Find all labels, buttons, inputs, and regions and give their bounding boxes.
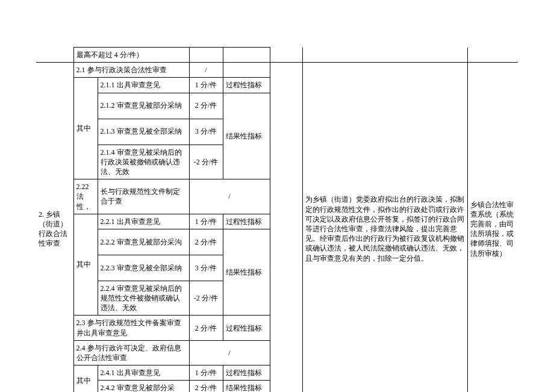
cell-blank (223, 48, 270, 63)
section-title: 2. 乡镇（街道）行政合法性审查 (36, 63, 73, 392)
g24-title: 2.4 参与行政许可决定、政府信息公开合法性审查 (73, 340, 189, 365)
g21-slash: / (189, 63, 223, 78)
g22-side: 2.22 法性， (73, 179, 98, 214)
g212-name: 2.1.2 审查意见被部分采纳 (98, 93, 189, 119)
g241-score: 1 分/件 (189, 366, 223, 381)
g221-name: 2.2.1 出具审查意见 (98, 214, 189, 229)
cell-blank (223, 63, 270, 78)
g211-name: 2.1.1 出具审查意见 (98, 78, 189, 93)
g213-name: 2.1.3 审查意见被全部采纳 (98, 119, 189, 145)
section-note: 为乡镇（街道）党委政府拟出台的行政决策，拟制定的行政规范性文件，拟作出的行政处罚… (302, 63, 467, 392)
cell-blank (189, 48, 223, 63)
g214-score: -2 分/件 (189, 145, 223, 179)
g23-score: 2 分/件 (189, 316, 223, 340)
g22-title: 长与行政规范性文件制定合于查 (98, 179, 189, 214)
cell-blank (302, 48, 467, 63)
g242-score: 2 分/件 (189, 381, 223, 392)
g221-score: 1 分/件 (189, 214, 223, 229)
g224-name: 2.2.4 审查意见被采纳后的规范性文件被撤销或确认违法、无效 (98, 281, 189, 316)
g211-score: 1 分/件 (189, 78, 223, 93)
g23-title: 2.3 参与行政规范性文件备案审查并出具审查意见 (73, 316, 189, 340)
g23-ind: 过程性指标 (223, 316, 270, 340)
cell-blank (36, 48, 73, 63)
g24-slash: / (189, 340, 270, 365)
g212-score: 2 分/件 (189, 93, 223, 119)
main-table: 最高不超过 4 分/件） 2. 乡镇（街道）行政合法性审查 2.1 参与行政决策… (36, 47, 518, 392)
page: 最高不超过 4 分/件） 2. 乡镇（街道）行政合法性审查 2.1 参与行政决策… (0, 47, 554, 392)
g24-label: 其中 (73, 366, 98, 392)
g242-ind: 结果性指标 (223, 381, 270, 392)
g22-ind-group: 结果性指标 (223, 229, 270, 316)
g242-name: 2.4.2 审查意见被部分采 (98, 381, 189, 392)
g241-ind: 过程性指标 (223, 366, 270, 381)
g22-slash: / (189, 179, 270, 214)
g241-name: 2.4.1 出具审查意见 (98, 366, 189, 381)
g222-score: 2 分/件 (189, 229, 223, 255)
g223-name: 2.2.3 审查意见被全部采纳 (98, 255, 189, 281)
g214-name: 2.1.4 审查意见被采纳后的行政决策被撤销或确认违法、无效 (98, 145, 189, 179)
g213-score: 3 分/件 (189, 119, 223, 145)
g21-label: 其中 (73, 78, 98, 179)
g211-ind: 过程性指标 (223, 78, 270, 93)
cell-blank (467, 48, 518, 63)
g223-score: 3 分/件 (189, 255, 223, 281)
g22-label: 其中 (73, 214, 98, 316)
header-note: 最高不超过 4 分/件） (73, 48, 189, 63)
g224-score: -2 分/件 (189, 281, 223, 316)
g222-name: 2.2.2 审查意见被部分采沟 (98, 229, 189, 255)
cell-blank-tall (270, 63, 302, 392)
g21-ind-group: 结果性指标 (223, 93, 270, 179)
section-source: 乡镇合法性审查系统（系统完善前，由司法所填报，或律师填报、司法所审核） (467, 63, 518, 392)
cell-blank (270, 48, 302, 63)
g21-title: 2.1 参与行政决策合法性审查 (73, 63, 189, 78)
g221-ind: 过程性指标 (223, 214, 270, 229)
